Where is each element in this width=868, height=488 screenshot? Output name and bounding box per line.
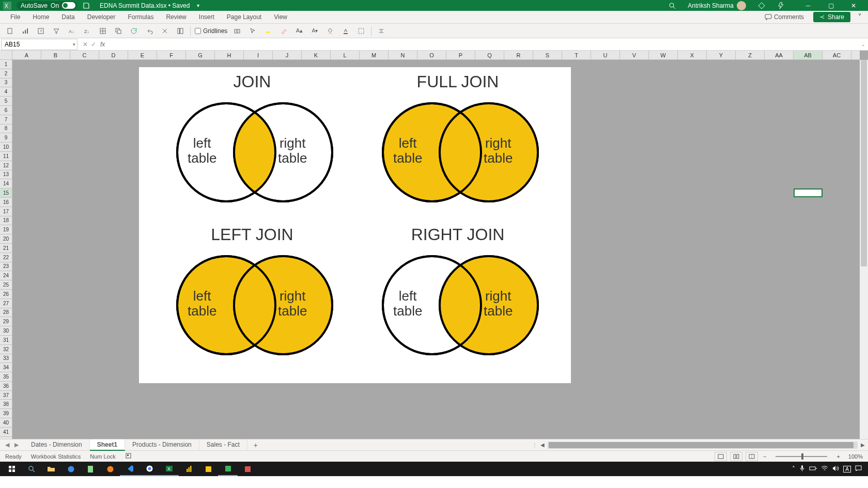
row-header[interactable]: 33 bbox=[0, 354, 12, 364]
col-header[interactable]: F bbox=[157, 51, 186, 59]
task-app6-icon[interactable] bbox=[218, 462, 238, 476]
task-chrome-icon[interactable] bbox=[140, 462, 159, 476]
name-box[interactable]: AB15 ▾ bbox=[1, 39, 78, 50]
ribbon-tab-home[interactable]: Home bbox=[26, 11, 55, 24]
sort-desc-icon[interactable]: Z↓ bbox=[82, 25, 93, 37]
autosave-toggle[interactable]: AutoSave On bbox=[17, 1, 77, 10]
cursor-icon[interactable] bbox=[247, 25, 258, 37]
name-box-dropdown-icon[interactable]: ▾ bbox=[73, 42, 75, 47]
collapse-ribbon-icon[interactable]: ˅ bbox=[856, 13, 864, 21]
tray-lang-icon[interactable]: A bbox=[843, 466, 851, 473]
tray-wifi-icon[interactable] bbox=[821, 465, 828, 473]
row-header[interactable]: 9 bbox=[0, 133, 12, 143]
task-vscode-icon[interactable] bbox=[120, 462, 140, 476]
col-header[interactable]: Y bbox=[707, 51, 736, 59]
task-search-icon[interactable] bbox=[22, 462, 41, 476]
row-header[interactable]: 19 bbox=[0, 225, 12, 234]
sheet-tab[interactable]: Dates - Dimension bbox=[24, 439, 90, 451]
ribbon-tab-formulas[interactable]: Formulas bbox=[121, 11, 160, 24]
tray-battery-icon[interactable] bbox=[809, 465, 817, 473]
font-dec-icon[interactable]: A▾ bbox=[309, 25, 320, 37]
cancel-icon[interactable]: ✕ bbox=[83, 41, 88, 48]
row-header[interactable]: 17 bbox=[0, 207, 12, 216]
row-header[interactable]: 18 bbox=[0, 216, 12, 226]
font-inc-icon[interactable]: A▴ bbox=[293, 25, 305, 37]
status-workbook-stats[interactable]: Workbook Statistics bbox=[31, 453, 81, 460]
col-header[interactable]: K bbox=[302, 51, 331, 59]
row-header[interactable]: 40 bbox=[0, 418, 12, 428]
select-all-corner[interactable] bbox=[0, 51, 12, 59]
zoom-slider[interactable] bbox=[776, 456, 827, 457]
task-app7-icon[interactable] bbox=[238, 462, 257, 476]
ribbon-tab-view[interactable]: View bbox=[268, 11, 293, 24]
flash-icon[interactable] bbox=[777, 2, 785, 10]
share-button[interactable]: Share bbox=[813, 12, 850, 22]
col-header[interactable]: Z bbox=[736, 51, 765, 59]
row-header[interactable]: 34 bbox=[0, 363, 12, 372]
col-header[interactable]: S bbox=[533, 51, 562, 59]
minimize-button[interactable]: ─ bbox=[797, 0, 819, 11]
row-header[interactable]: 32 bbox=[0, 345, 12, 354]
horizontal-scrollbar[interactable] bbox=[548, 442, 858, 449]
row-header[interactable]: 41 bbox=[0, 428, 12, 437]
borders-icon[interactable] bbox=[355, 25, 367, 37]
row-header[interactable]: 7 bbox=[0, 115, 12, 124]
view-page-break-button[interactable] bbox=[746, 452, 758, 461]
row-header[interactable]: 5 bbox=[0, 97, 12, 106]
hscroll-left-icon[interactable]: ◀ bbox=[540, 442, 545, 448]
task-edge-icon[interactable] bbox=[61, 462, 81, 476]
col-header[interactable]: T bbox=[562, 51, 591, 59]
task-firefox-icon[interactable] bbox=[100, 462, 120, 476]
sheet-tab[interactable]: Sales - Fact bbox=[199, 439, 247, 451]
avatar[interactable] bbox=[737, 1, 746, 10]
tray-volume-icon[interactable] bbox=[832, 465, 839, 473]
col-header[interactable]: AA bbox=[765, 51, 794, 59]
tray-chevron-icon[interactable]: ˄ bbox=[792, 465, 795, 473]
row-header[interactable]: 3 bbox=[0, 78, 12, 88]
col-header[interactable]: I bbox=[244, 51, 273, 59]
col-header[interactable]: X bbox=[678, 51, 707, 59]
fill-color-icon[interactable] bbox=[324, 25, 336, 37]
formula-input[interactable] bbox=[108, 39, 859, 50]
row-header[interactable]: 22 bbox=[0, 253, 12, 262]
col-header[interactable]: A bbox=[12, 51, 41, 59]
row-header[interactable]: 16 bbox=[0, 198, 12, 207]
ribbon-tab-developer[interactable]: Developer bbox=[81, 11, 122, 24]
task-powerbi-icon[interactable] bbox=[179, 462, 198, 476]
col-header[interactable]: G bbox=[186, 51, 215, 59]
row-header[interactable]: 12 bbox=[0, 161, 12, 170]
ribbon-tab-file[interactable]: File bbox=[4, 11, 26, 24]
row-header[interactable]: 14 bbox=[0, 179, 12, 188]
new-icon[interactable]: + bbox=[35, 25, 47, 37]
comments-button[interactable]: Comments bbox=[761, 12, 808, 22]
grid-body[interactable]: JOIN lefttable righttable FULL JOIN left… bbox=[12, 60, 860, 439]
fx-icon[interactable]: fx bbox=[100, 41, 108, 48]
col-header[interactable]: J bbox=[273, 51, 302, 59]
col-header[interactable]: U bbox=[591, 51, 620, 59]
col-header[interactable]: H bbox=[215, 51, 244, 59]
sheet-tab-nav[interactable]: ◀▶ bbox=[0, 442, 24, 448]
center-icon[interactable] bbox=[376, 25, 387, 37]
undo-icon[interactable] bbox=[144, 25, 155, 37]
col-header[interactable]: R bbox=[504, 51, 533, 59]
col-header[interactable]: D bbox=[99, 51, 128, 59]
task-excel-icon[interactable]: X bbox=[159, 462, 179, 476]
eraser-icon[interactable] bbox=[278, 25, 289, 37]
ribbon-tab-data[interactable]: Data bbox=[55, 11, 81, 24]
ribbon-tab-review[interactable]: Review bbox=[160, 11, 192, 24]
row-header[interactable]: 24 bbox=[0, 271, 12, 280]
row-header[interactable]: 37 bbox=[0, 391, 12, 400]
row-header[interactable]: 13 bbox=[0, 170, 12, 180]
row-header[interactable]: 4 bbox=[0, 87, 12, 97]
row-header[interactable]: 15 bbox=[0, 188, 12, 198]
col-header[interactable]: E bbox=[128, 51, 157, 59]
remove-dupes-icon[interactable] bbox=[113, 25, 124, 37]
vertical-scrollbar[interactable] bbox=[860, 60, 868, 439]
clear-icon[interactable] bbox=[159, 25, 171, 37]
view-normal-button[interactable] bbox=[715, 452, 727, 461]
col-header[interactable]: W bbox=[649, 51, 678, 59]
col-header[interactable]: L bbox=[331, 51, 360, 59]
row-header[interactable]: 1 bbox=[0, 60, 12, 69]
tray-notifications-icon[interactable] bbox=[855, 465, 862, 473]
chart-icon[interactable] bbox=[20, 25, 31, 37]
